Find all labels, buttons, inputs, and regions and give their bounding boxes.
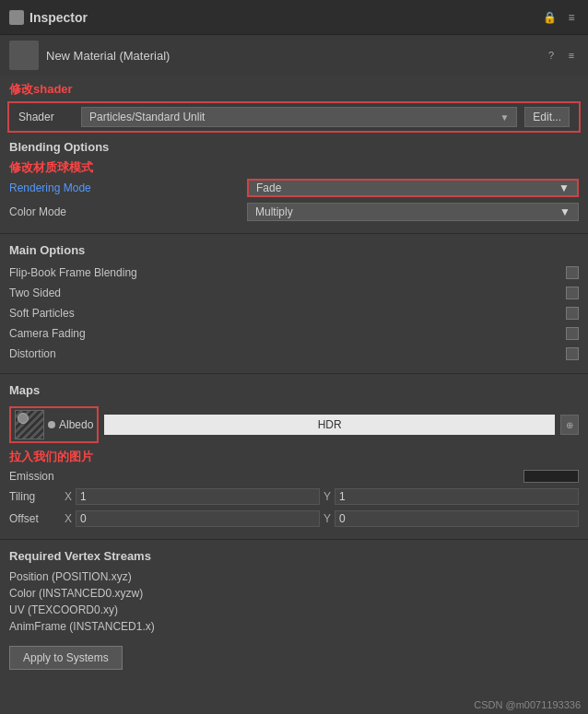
apply-to-systems-button[interactable]: Apply to Systems — [9, 646, 123, 670]
shader-label: Shader — [18, 111, 74, 123]
lock-icon[interactable]: 🔒 — [542, 10, 557, 25]
tiling-x-group: X 1 — [65, 488, 320, 505]
tiling-fields: X 1 Y 1 — [65, 488, 579, 505]
offset-x-group: X 0 — [65, 510, 320, 527]
albedo-annotation: 拉入我们的图片 — [9, 447, 579, 467]
rendering-mode-dropdown[interactable]: Fade ▼ — [247, 179, 579, 197]
tiling-y-input[interactable]: 1 — [335, 488, 579, 505]
distortion-checkbox[interactable] — [566, 347, 579, 360]
albedo-label: Albedo — [59, 418, 93, 431]
blending-options-title: Blending Options — [9, 140, 579, 154]
rendering-mode-value: Fade — [256, 181, 281, 194]
material-name: New Material (Material) — [46, 49, 536, 63]
rendering-mode-arrow-icon: ▼ — [559, 181, 570, 194]
main-options-section: Main Options Flip-Book Frame Blending Tw… — [0, 238, 588, 369]
help-button[interactable]: ? — [544, 48, 559, 63]
inspector-icon — [9, 10, 24, 25]
hdr-label: HDR — [318, 418, 342, 431]
divider-2 — [0, 373, 588, 374]
maps-section: Maps Albedo HDR ⊕ 拉入我们的图片 Emission Tilin… — [0, 378, 588, 535]
vertex-streams-section: Required Vertex Streams Position (POSITI… — [0, 544, 588, 640]
title-bar-actions: 🔒 ≡ — [542, 10, 579, 25]
tiling-y-label: Y — [323, 490, 331, 503]
offset-y-label: Y — [323, 512, 331, 525]
shader-annotation: 修改shader — [4, 79, 584, 99]
main-options-title: Main Options — [9, 243, 579, 257]
color-mode-dropdown[interactable]: Multiply ▼ — [247, 203, 579, 221]
emission-label: Emission — [9, 470, 523, 483]
distortion-row: Distortion — [9, 344, 579, 364]
menu-icon[interactable]: ≡ — [564, 10, 579, 25]
soft-particles-row: Soft Particles — [9, 303, 579, 323]
title-bar: Inspector 🔒 ≡ — [0, 0, 588, 35]
two-sided-row: Two Sided — [9, 283, 579, 303]
albedo-row: Albedo HDR ⊕ — [9, 403, 579, 447]
stream-item-3: AnimFrame (INSTANCED1.x) — [9, 618, 579, 635]
blending-options-section: Blending Options 修改材质球模式 Rendering Mode … — [0, 135, 588, 229]
flipbook-row: Flip-Book Frame Blending — [9, 263, 579, 283]
rendering-mode-row: Rendering Mode Fade ▼ — [9, 176, 579, 200]
albedo-dot-icon — [48, 421, 55, 428]
stream-item-2: UV (TEXCOORD0.xy) — [9, 602, 579, 618]
color-mode-row: Color Mode Multiply ▼ — [9, 200, 579, 224]
shader-edit-button[interactable]: Edit... — [524, 107, 570, 127]
material-header: New Material (Material) ? ≡ — [0, 35, 588, 76]
maps-title: Maps — [9, 383, 579, 397]
options-button[interactable]: ≡ — [564, 48, 579, 63]
rendering-mode-container: 修改材质球模式 Rendering Mode Fade ▼ — [9, 159, 579, 200]
albedo-thumbnail-container[interactable]: Albedo — [9, 406, 99, 443]
tiling-label: Tiling — [9, 490, 65, 503]
stream-item-0: Position (POSITION.xyz) — [9, 568, 579, 585]
offset-y-group: Y 0 — [323, 510, 579, 527]
emission-swatch[interactable] — [523, 470, 579, 483]
color-mode-label: Color Mode — [9, 205, 247, 218]
tiling-x-label: X — [65, 490, 72, 503]
emission-row: Emission — [9, 467, 579, 486]
flipbook-label: Flip-Book Frame Blending — [9, 266, 566, 279]
rendering-mode-label: Rendering Mode — [9, 181, 247, 194]
offset-row: Offset X 0 Y 0 — [9, 508, 579, 530]
divider-3 — [0, 539, 588, 540]
shader-row: Shader Particles/Standard Unlit ▼ Edit..… — [7, 101, 581, 133]
rendering-mode-annotation: 修改材质球模式 — [9, 159, 579, 176]
offset-x-label: X — [65, 512, 72, 525]
apply-button-container: Apply to Systems — [0, 640, 588, 675]
tiling-row: Tiling X 1 Y 1 — [9, 486, 579, 508]
tiling-x-input[interactable]: 1 — [76, 488, 320, 505]
albedo-thumb-inner — [18, 413, 29, 424]
camera-fading-checkbox[interactable] — [566, 327, 579, 340]
color-mode-arrow-icon: ▼ — [559, 205, 570, 218]
soft-particles-label: Soft Particles — [9, 307, 566, 320]
offset-fields: X 0 Y 0 — [65, 510, 579, 527]
shader-dropdown-value: Particles/Standard Unlit — [89, 111, 205, 123]
shader-section: 修改shader Shader Particles/Standard Unlit… — [4, 79, 584, 133]
albedo-hdr-field[interactable]: HDR — [104, 415, 555, 435]
shader-dropdown[interactable]: Particles/Standard Unlit ▼ — [81, 107, 517, 127]
vertex-streams-title: Required Vertex Streams — [9, 549, 579, 563]
two-sided-label: Two Sided — [9, 287, 566, 299]
soft-particles-checkbox[interactable] — [566, 307, 579, 320]
material-header-buttons: ? ≡ — [544, 48, 579, 63]
camera-fading-label: Camera Fading — [9, 327, 566, 340]
title-bar-text: Inspector — [29, 10, 88, 25]
tiling-y-group: Y 1 — [323, 488, 579, 505]
two-sided-checkbox[interactable] — [566, 287, 579, 299]
offset-y-input[interactable]: 0 — [335, 510, 579, 527]
camera-fading-row: Camera Fading — [9, 323, 579, 344]
color-mode-value: Multiply — [255, 205, 293, 218]
distortion-label: Distortion — [9, 347, 566, 360]
footer-credit: CSDN @m0071193336 — [466, 696, 588, 714]
shader-dropdown-arrow-icon: ▼ — [500, 112, 509, 123]
flipbook-checkbox[interactable] — [566, 266, 579, 279]
material-icon — [9, 41, 39, 70]
eyedropper-button[interactable]: ⊕ — [560, 415, 579, 435]
stream-item-1: Color (INSTANCED0.xyzw) — [9, 585, 579, 602]
divider-1 — [0, 233, 588, 234]
albedo-thumbnail — [15, 410, 44, 439]
offset-label: Offset — [9, 512, 65, 525]
offset-x-input[interactable]: 0 — [76, 510, 320, 527]
